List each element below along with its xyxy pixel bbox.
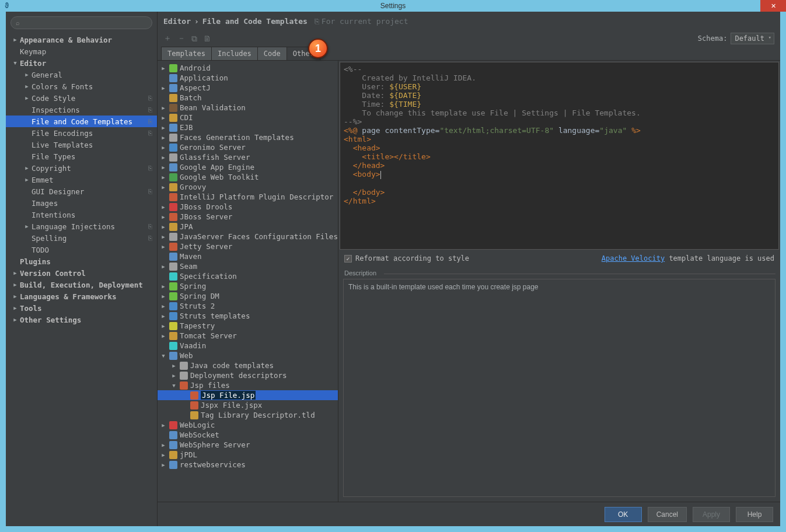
- velocity-link[interactable]: Apache Velocity: [602, 254, 665, 262]
- sidebar-item[interactable]: Spelling⎘: [6, 232, 157, 244]
- sidebar-item[interactable]: ▶Emmet: [6, 174, 157, 186]
- template-item[interactable]: ▼Jsp files: [158, 380, 338, 390]
- schema-dropdown[interactable]: Default: [731, 33, 774, 44]
- sidebar-item[interactable]: ▶Languages & Frameworks: [6, 290, 157, 302]
- template-item[interactable]: ▶JPA: [158, 222, 338, 232]
- template-item[interactable]: Specification: [158, 271, 338, 281]
- sidebar-item[interactable]: ▼Editor: [6, 57, 157, 69]
- template-item[interactable]: Maven: [158, 251, 338, 261]
- sidebar-item[interactable]: ▶General: [6, 69, 157, 80]
- template-item[interactable]: ▶Google Web Toolkit: [158, 172, 338, 182]
- chevron-icon: ▶: [160, 135, 167, 141]
- project-scope-icon: ⎘: [148, 164, 152, 172]
- template-item[interactable]: ▶Java code templates: [158, 360, 338, 370]
- file-type-icon: [169, 104, 177, 112]
- template-item[interactable]: ▶Spring: [158, 281, 338, 291]
- sidebar-item[interactable]: ▶Code Style⎘: [6, 92, 157, 104]
- template-item[interactable]: ▶JBoss Drools: [158, 202, 338, 212]
- sidebar-item[interactable]: File Types: [6, 150, 157, 162]
- file-type-icon: [180, 382, 188, 390]
- template-item[interactable]: Jsp File.jsp: [158, 390, 338, 400]
- file-type-icon: [169, 173, 177, 181]
- code-editor[interactable]: <%-- Created by IntelliJ IDEA. User: ${U…: [340, 62, 779, 250]
- template-item[interactable]: ▶restwebservices: [158, 460, 338, 470]
- sidebar-item[interactable]: ▶Tools: [6, 302, 157, 314]
- template-item[interactable]: ▶Deployment descriptors: [158, 370, 338, 380]
- sidebar-item[interactable]: Images: [6, 197, 157, 209]
- template-item[interactable]: ▶AspectJ: [158, 83, 338, 93]
- template-item[interactable]: ▶Geronimo Server: [158, 142, 338, 152]
- template-item[interactable]: Tag Library Descriptor.tld: [158, 410, 338, 420]
- template-item[interactable]: ▶JBoss Server: [158, 212, 338, 222]
- template-item[interactable]: Jspx File.jspx: [158, 400, 338, 410]
- sidebar-item[interactable]: Keymap: [6, 46, 157, 57]
- template-item[interactable]: Application: [158, 73, 338, 83]
- sidebar-item[interactable]: GUI Designer⎘: [6, 186, 157, 197]
- template-item[interactable]: ▶jPDL: [158, 450, 338, 460]
- reformat-row: ✓ Reformat according to style ···· Apach…: [338, 250, 780, 267]
- template-item[interactable]: WebSocket: [158, 430, 338, 440]
- project-scope-icon: ⎘: [148, 130, 152, 137]
- sidebar-item[interactable]: ▶Appearance & Behavior: [6, 34, 157, 46]
- sidebar-item[interactable]: ▶Build, Execution, Deployment: [6, 279, 157, 290]
- template-item[interactable]: ▶Struts templates: [158, 311, 338, 321]
- sidebar-item[interactable]: ▶Copyright⎘: [6, 162, 157, 174]
- reformat-checkbox[interactable]: ✓: [344, 255, 352, 262]
- file-type-icon: [169, 153, 177, 162]
- cancel-button[interactable]: Cancel: [648, 507, 687, 522]
- sidebar-item[interactable]: File Encodings⎘: [6, 127, 157, 139]
- template-item[interactable]: ▶Tapestry: [158, 321, 338, 331]
- template-item[interactable]: Batch: [158, 93, 338, 103]
- search-input[interactable]: ⌕: [11, 16, 152, 29]
- template-item[interactable]: ▶Google App Engine: [158, 162, 338, 172]
- sidebar-item[interactable]: Plugins: [6, 256, 157, 267]
- sidebar-item[interactable]: ▶Version Control: [6, 267, 157, 279]
- sidebar-item[interactable]: TODO: [6, 244, 157, 256]
- tab-templates[interactable]: Templates: [161, 47, 212, 60]
- file-type-icon: [169, 431, 177, 439]
- sidebar-item[interactable]: ▶Colors & Fonts: [6, 80, 157, 92]
- file-type-icon: [169, 461, 177, 469]
- template-item[interactable]: ▶WebSphere Server: [158, 440, 338, 450]
- template-item[interactable]: ▶Faces Generation Templates: [158, 132, 338, 142]
- chevron-icon: ▶: [12, 270, 19, 276]
- sidebar-item[interactable]: File and Code Templates⎘: [6, 116, 157, 127]
- sidebar-item[interactable]: ▶Other Settings: [6, 314, 157, 326]
- help-button[interactable]: Help: [736, 507, 773, 522]
- template-item[interactable]: ▶Bean Validation: [158, 103, 338, 113]
- template-item[interactable]: ▶Spring DM: [158, 291, 338, 301]
- template-item[interactable]: ▶Android: [158, 63, 338, 73]
- template-item[interactable]: ▶Groovy: [158, 182, 338, 192]
- template-item[interactable]: ▶EJB: [158, 123, 338, 132]
- add-icon[interactable]: ＋: [163, 33, 172, 44]
- template-item[interactable]: ▶CDI: [158, 113, 338, 123]
- tab-code[interactable]: Code: [257, 47, 287, 60]
- tab-includes[interactable]: Includes: [211, 47, 258, 60]
- sidebar-item[interactable]: Intentions: [6, 209, 157, 220]
- template-item[interactable]: Vaadin: [158, 341, 338, 351]
- template-item[interactable]: ▶Glassfish Server: [158, 152, 338, 162]
- template-item[interactable]: ▶JavaServer Faces Configuration Files: [158, 232, 338, 242]
- template-item[interactable]: IntelliJ Platform Plugin Descriptor: [158, 192, 338, 202]
- template-item[interactable]: ▶Jetty Server: [158, 242, 338, 251]
- remove-icon[interactable]: －: [177, 33, 186, 44]
- template-item[interactable]: ▶Struts 2: [158, 301, 338, 311]
- sidebar-item[interactable]: Inspections⎘: [6, 104, 157, 116]
- template-item[interactable]: ▶Tomcat Server: [158, 331, 338, 341]
- file-type-icon: [190, 391, 198, 400]
- ok-button[interactable]: OK: [605, 507, 642, 522]
- reset-icon[interactable]: 🗎: [203, 34, 211, 43]
- project-scope-icon: ⎘: [148, 223, 152, 230]
- apply-button[interactable]: Apply: [693, 507, 730, 522]
- chevron-icon: ▶: [23, 83, 30, 89]
- close-button[interactable]: ✕: [760, 0, 786, 12]
- template-tree[interactable]: ▶AndroidApplication▶AspectJBatch▶Bean Va…: [158, 61, 338, 502]
- template-item[interactable]: ▶Seam: [158, 261, 338, 271]
- settings-tree[interactable]: ▶Appearance & BehaviorKeymap▼Editor▶Gene…: [6, 33, 157, 526]
- sidebar-item[interactable]: Live Templates: [6, 139, 157, 150]
- chevron-icon: ▶: [23, 72, 30, 78]
- sidebar-item[interactable]: ▶Language Injections⎘: [6, 220, 157, 232]
- template-item[interactable]: ▼Web: [158, 351, 338, 360]
- copy-icon[interactable]: ⧉: [191, 34, 197, 44]
- template-item[interactable]: ▶WebLogic: [158, 420, 338, 430]
